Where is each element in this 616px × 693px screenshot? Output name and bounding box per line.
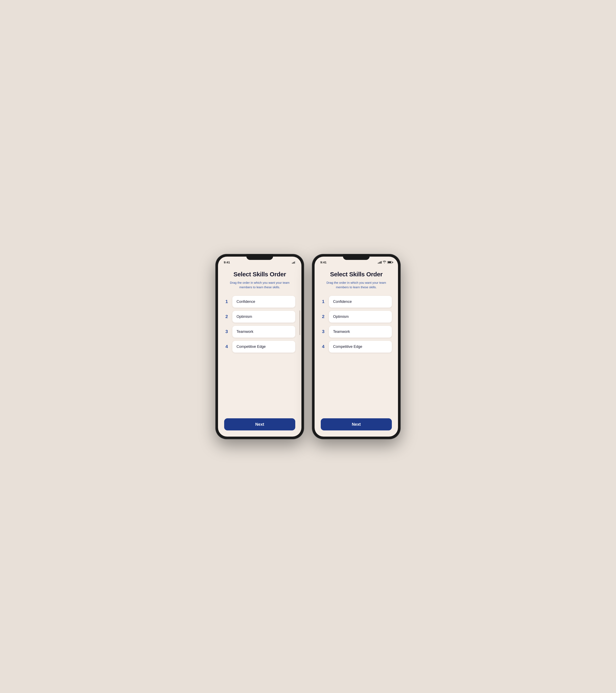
- skill-number-2-left: 2: [224, 314, 229, 319]
- skill-label-2-right: Optimism: [333, 315, 349, 319]
- signal-bar-4: [295, 261, 296, 263]
- notch-left: [246, 254, 273, 260]
- phone-frame-left: 9:41 Select Skills Order: [216, 254, 304, 439]
- screen-right: 9:41: [315, 257, 398, 437]
- signal-bar-r3: [380, 261, 380, 263]
- skill-number-3-right: 3: [321, 329, 326, 334]
- phone-right: 9:41: [312, 254, 400, 439]
- skill-item-3-left: 3 Teamwork: [224, 326, 295, 338]
- skill-label-2-left: Optimism: [237, 315, 252, 319]
- status-time-right: 9:41: [320, 260, 326, 264]
- skill-item-2-left: 2 Optimism: [224, 311, 295, 322]
- skill-label-1-right: Confidence: [333, 300, 352, 304]
- skill-item-2-right: 2 Optimism: [321, 311, 392, 322]
- skill-number-3-left: 3: [224, 329, 229, 334]
- skill-number-4-left: 4: [224, 344, 229, 349]
- skill-item-4-right: 4 Competitive Edge: [321, 341, 392, 353]
- page-subtitle-left: Drag the order in which you want your te…: [224, 280, 295, 290]
- skill-label-3-left: Teamwork: [237, 330, 253, 334]
- skills-list-left: 1 Confidence 2 Optimism 3: [224, 296, 295, 413]
- skill-card-4-left[interactable]: Competitive Edge: [232, 341, 295, 353]
- skill-card-3-left[interactable]: Teamwork: [232, 326, 295, 338]
- next-button-left[interactable]: Next: [224, 418, 295, 431]
- phones-container: 9:41 Select Skills Order: [216, 254, 400, 439]
- skill-label-3-right: Teamwork: [333, 330, 350, 334]
- skill-item-1-left: 1 Confidence: [224, 296, 295, 308]
- skill-label-1-left: Confidence: [237, 300, 255, 304]
- scroll-indicator: [299, 311, 300, 335]
- signal-bar-r2: [379, 262, 379, 263]
- page-subtitle-right: Drag the order in which you want your te…: [321, 280, 392, 290]
- skill-card-2-right[interactable]: Optimism: [329, 311, 392, 322]
- battery-fill: [388, 261, 391, 263]
- status-time-left: 9:41: [224, 260, 230, 264]
- wifi-icon-right: [383, 261, 386, 264]
- signal-bar-1: [292, 263, 293, 263]
- skill-label-4-left: Competitive Edge: [237, 344, 266, 349]
- skills-list-right: 1 Confidence 2 Optimism 3: [321, 296, 392, 413]
- battery-icon-right: [387, 261, 392, 263]
- skill-item-1-right: 1 Confidence: [321, 296, 392, 308]
- signal-bar-r4: [381, 261, 381, 263]
- next-button-right[interactable]: Next: [321, 418, 392, 431]
- skill-number-1-right: 1: [321, 299, 326, 304]
- skill-label-4-right: Competitive Edge: [333, 344, 362, 349]
- skill-number-2-right: 2: [321, 314, 326, 319]
- skill-card-3-right[interactable]: Teamwork: [329, 326, 392, 338]
- notch-right: [343, 254, 370, 260]
- skill-card-1-right[interactable]: Confidence: [329, 296, 392, 308]
- skill-card-4-right[interactable]: Competitive Edge: [329, 341, 392, 353]
- skill-number-1-left: 1: [224, 299, 229, 304]
- page-title-left: Select Skills Order: [224, 271, 295, 278]
- skill-item-3-right: 3 Teamwork: [321, 326, 392, 338]
- skill-item-4-left: 4 Competitive Edge: [224, 341, 295, 353]
- status-icons-left: [292, 261, 296, 263]
- signal-bars-right: [378, 261, 381, 263]
- signal-bar-2: [293, 262, 294, 263]
- status-icons-right: [378, 261, 392, 264]
- signal-bar-r1: [378, 263, 378, 263]
- skill-card-1-left[interactable]: Confidence: [232, 296, 295, 308]
- signal-bar-3: [294, 261, 295, 263]
- phone-frame-right: 9:41: [312, 254, 400, 439]
- signal-bars-left: [292, 261, 296, 263]
- skill-number-4-right: 4: [321, 344, 326, 349]
- skill-card-2-left[interactable]: Optimism: [232, 311, 295, 322]
- phone-left: 9:41 Select Skills Order: [216, 254, 304, 439]
- screen-content-right: Select Skills Order Drag the order in wh…: [315, 266, 398, 437]
- page-title-right: Select Skills Order: [321, 271, 392, 278]
- screen-left: 9:41 Select Skills Order: [218, 257, 301, 437]
- screen-content-left: Select Skills Order Drag the order in wh…: [218, 266, 301, 437]
